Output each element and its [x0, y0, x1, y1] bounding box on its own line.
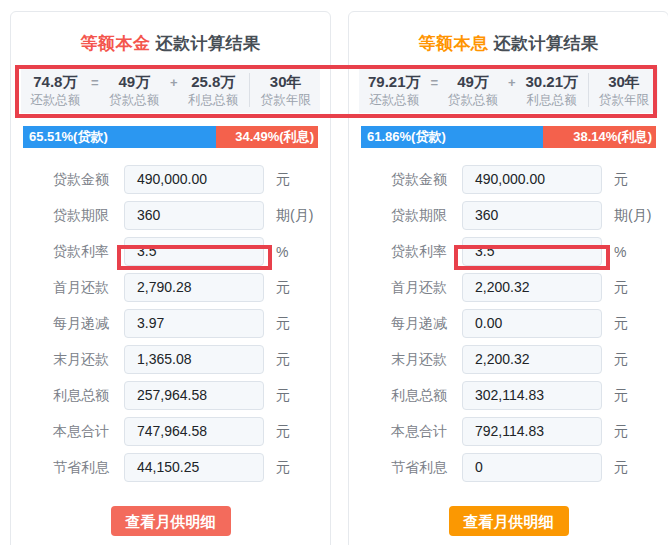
- summary-total-repayment: 79.21万 还款总额: [368, 73, 421, 108]
- summary-loan-years: 30年 贷款年限: [261, 73, 311, 108]
- row-label: 贷款期限: [53, 207, 113, 225]
- table-row: 利息总额 302,114.83 元: [349, 381, 668, 410]
- row-label: 贷款利率: [53, 243, 113, 261]
- principal-plus-interest-value: 792,114.83: [462, 417, 602, 446]
- row-unit: 元: [614, 459, 628, 477]
- table-row: 每月递减 3.97 元: [11, 309, 330, 338]
- row-unit: 元: [614, 387, 628, 405]
- loan-amount-input[interactable]: 490,000.00: [124, 165, 264, 194]
- row-unit: 元: [276, 351, 290, 369]
- summary-label: 贷款总额: [109, 93, 159, 107]
- row-unit: 元: [614, 351, 628, 369]
- table-row: 节省利息 44,150.25 元: [11, 453, 330, 482]
- panel-title-rest: 还款计算结果: [156, 34, 261, 53]
- view-monthly-detail-button[interactable]: 查看月供明细: [449, 506, 569, 536]
- total-interest-value: 302,114.83: [462, 381, 602, 410]
- summary-label: 贷款总额: [448, 93, 498, 107]
- row-unit: %: [614, 244, 626, 260]
- first-month-payment-value: 2,200.32: [462, 273, 602, 302]
- summary-divider: [249, 73, 250, 107]
- summary-total-loan: 49万 贷款总额: [448, 73, 498, 108]
- equal-installment-panel: 等额本息还款计算结果 79.21万 还款总额 = 49万 贷款总额 + 30.2…: [348, 11, 668, 545]
- loan-term-input[interactable]: 360: [124, 201, 264, 230]
- row-label: 每月递减: [391, 315, 451, 333]
- last-month-payment-value: 2,200.32: [462, 345, 602, 374]
- summary-loan-years: 30年 贷款年限: [599, 73, 649, 108]
- panel-title-highlight: 等额本息: [419, 34, 489, 53]
- table-row: 节省利息 0 元: [349, 453, 668, 482]
- summary-value: 74.8万: [33, 73, 77, 90]
- table-row: 贷款利率 3.5 %: [11, 237, 330, 266]
- monthly-decrease-value: 0.00: [462, 309, 602, 338]
- row-unit: 元: [614, 315, 628, 333]
- table-row: 首月还款 2,200.32 元: [349, 273, 668, 302]
- summary-label: 利息总额: [527, 93, 577, 107]
- row-label: 每月递减: [53, 315, 113, 333]
- table-row: 本息合计 792,114.83 元: [349, 417, 668, 446]
- summary-value: 49万: [118, 73, 150, 90]
- summary-value: 30.21万: [526, 73, 579, 90]
- summary-total-loan: 49万 贷款总额: [109, 73, 159, 108]
- table-row: 末月还款 2,200.32 元: [349, 345, 668, 374]
- row-label: 末月还款: [391, 351, 451, 369]
- loan-amount-input[interactable]: 490,000.00: [462, 165, 602, 194]
- row-unit: 元: [276, 279, 290, 297]
- panel-title-highlight: 等额本金: [81, 34, 151, 53]
- repayment-summary: 74.8万 还款总额 = 49万 贷款总额 + 25.8万 利息总额 30年 贷…: [21, 67, 320, 113]
- loan-calculator-comparison: 等额本金还款计算结果 74.8万 还款总额 = 49万 贷款总额 + 25.8万…: [0, 0, 668, 545]
- saved-interest-value: 0: [462, 453, 602, 482]
- row-label: 利息总额: [53, 387, 113, 405]
- row-unit: %: [276, 244, 288, 260]
- summary-total-interest: 30.21万 利息总额: [526, 73, 579, 108]
- monthly-decrease-value: 3.97: [124, 309, 264, 338]
- table-row: 末月还款 1,365.08 元: [11, 345, 330, 374]
- table-row: 贷款金额 490,000.00 元: [11, 165, 330, 194]
- principal-plus-interest-value: 747,964.58: [124, 417, 264, 446]
- summary-value: 79.21万: [368, 73, 421, 90]
- result-form: 贷款金额 490,000.00 元 贷款期限 360 期(月) 贷款利率 3.5…: [349, 165, 668, 482]
- table-row: 贷款期限 360 期(月): [349, 201, 668, 230]
- equal-principal-panel: 等额本金还款计算结果 74.8万 还款总额 = 49万 贷款总额 + 25.8万…: [10, 11, 331, 545]
- plus-sign: +: [508, 75, 516, 90]
- table-row: 首月还款 2,790.28 元: [11, 273, 330, 302]
- row-label: 贷款期限: [391, 207, 451, 225]
- row-label: 节省利息: [391, 459, 451, 477]
- row-label: 本息合计: [391, 423, 451, 441]
- row-label: 本息合计: [53, 423, 113, 441]
- table-row: 贷款利率 3.5 %: [349, 237, 668, 266]
- summary-label: 还款总额: [369, 93, 419, 107]
- table-row: 贷款期限 360 期(月): [11, 201, 330, 230]
- table-row: 本息合计 747,964.58 元: [11, 417, 330, 446]
- row-unit: 元: [276, 171, 290, 189]
- plus-sign: +: [170, 75, 178, 90]
- loan-term-input[interactable]: 360: [462, 201, 602, 230]
- loan-rate-input[interactable]: 3.5: [124, 237, 264, 266]
- saved-interest-value: 44,150.25: [124, 453, 264, 482]
- summary-total-interest: 25.8万 利息总额: [188, 73, 238, 108]
- interest-ratio-segment: 34.49%(利息): [216, 126, 318, 148]
- summary-value: 25.8万: [191, 73, 235, 90]
- table-row: 贷款金额 490,000.00 元: [349, 165, 668, 194]
- table-row: 利息总额 257,964.58 元: [11, 381, 330, 410]
- summary-label: 贷款年限: [261, 93, 311, 107]
- loan-interest-ratio-bar: 65.51%(贷款) 34.49%(利息): [23, 126, 318, 148]
- row-unit: 元: [276, 423, 290, 441]
- loan-rate-input[interactable]: 3.5: [462, 237, 602, 266]
- summary-label: 还款总额: [30, 93, 80, 107]
- row-label: 贷款金额: [53, 171, 113, 189]
- last-month-payment-value: 1,365.08: [124, 345, 264, 374]
- loan-interest-ratio-bar: 61.86%(贷款) 38.14%(利息): [361, 126, 656, 148]
- row-unit: 元: [614, 423, 628, 441]
- row-unit: 元: [614, 279, 628, 297]
- summary-label: 贷款年限: [599, 93, 649, 107]
- row-unit: 元: [276, 459, 290, 477]
- panel-title-rest: 还款计算结果: [494, 34, 599, 53]
- loan-ratio-segment: 65.51%(贷款): [23, 126, 216, 148]
- summary-label: 利息总额: [188, 93, 238, 107]
- summary-divider: [588, 73, 589, 107]
- row-label: 贷款利率: [391, 243, 451, 261]
- view-monthly-detail-button[interactable]: 查看月供明细: [111, 506, 231, 536]
- summary-value: 30年: [270, 73, 302, 90]
- summary-value: 30年: [608, 73, 640, 90]
- row-unit: 元: [614, 171, 628, 189]
